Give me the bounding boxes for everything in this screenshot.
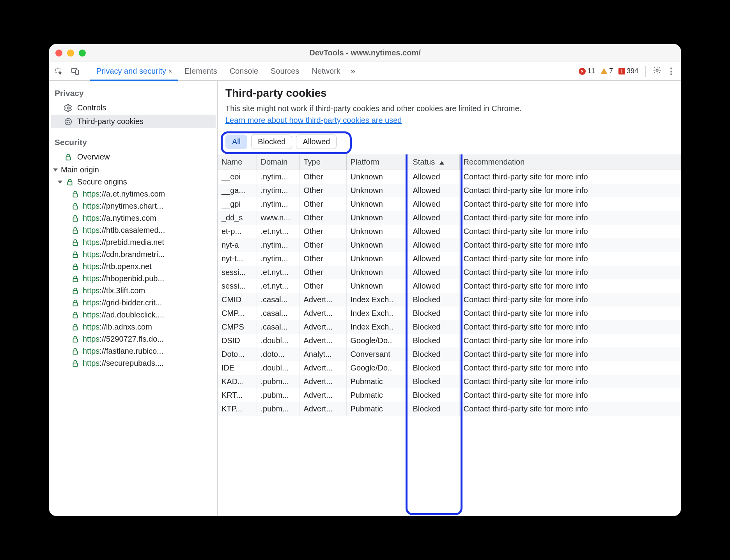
origin-item[interactable]: https://grid-bidder.crit... [49, 297, 217, 309]
table-row[interactable]: DSID.doubl...Advert...Google/Do..Blocked… [218, 334, 681, 347]
tree-secure-origins[interactable]: Secure origins [49, 176, 217, 188]
origin-item[interactable]: https://fastlane.rubico... [49, 345, 217, 357]
sidebar-item-third-party-cookies[interactable]: Third-party cookies [51, 115, 216, 128]
tab-network[interactable]: Network [305, 62, 346, 80]
table-row[interactable]: CMP....casal...Advert...Index Exch..Bloc… [218, 307, 681, 320]
filter-chip-allowed[interactable]: Allowed [296, 135, 337, 149]
column-header-name[interactable]: Name [218, 154, 257, 170]
table-row[interactable]: nyt-a.nytim...OtherUnknownAllowedContact… [218, 238, 681, 252]
origin-item[interactable]: https://hbopenbid.pub... [49, 273, 217, 285]
tab-elements[interactable]: Elements [178, 62, 223, 80]
cell-name: DSID [218, 334, 257, 347]
table-row[interactable]: __eoi.nytim...OtherUnknownAllowedContact… [218, 170, 681, 184]
svg-rect-26 [73, 363, 78, 366]
svg-rect-2 [76, 70, 78, 74]
column-header-domain[interactable]: Domain [257, 154, 299, 170]
tree-label: Secure origins [77, 177, 127, 186]
tab-privacy-security[interactable]: Privacy and security × [90, 62, 178, 80]
origin-item[interactable]: https://a.nytimes.com [49, 212, 217, 224]
svg-rect-20 [73, 291, 78, 294]
origin-item[interactable]: https://ib.adnxs.com [49, 321, 217, 333]
column-header-type[interactable]: Type [299, 154, 346, 170]
cell-domain: .nytim... [257, 197, 299, 211]
filter-chip-all[interactable]: All [225, 135, 247, 149]
origin-item[interactable]: https://htlb.casalemed... [49, 224, 217, 236]
cell-domain: .casal... [257, 293, 299, 307]
cell-recommendation: Contact third-party site for more info [459, 361, 681, 375]
origin-item[interactable]: https://a.et.nytimes.com [49, 188, 217, 200]
cell-recommendation: Contact third-party site for more info [459, 170, 681, 184]
origin-item[interactable]: https://tlx.3lift.com [49, 285, 217, 297]
svg-rect-25 [73, 351, 78, 354]
more-menu-icon[interactable]: ⋮ [667, 66, 675, 76]
cell-status: Allowed [409, 197, 459, 211]
origin-item[interactable]: https://cdn.brandmetri... [49, 248, 217, 261]
error-count[interactable]: × 11 [579, 67, 595, 75]
table-row[interactable]: KRT....pubm...Advert...PubmaticBlockedCo… [218, 388, 681, 402]
warning-count[interactable]: 7 [601, 67, 613, 75]
cell-recommendation: Contact third-party site for more info [459, 402, 681, 416]
table-row[interactable]: _dd_swww.n...OtherUnknownAllowedContact … [218, 211, 681, 225]
table-row[interactable]: et-p....et.nyt...OtherUnknownAllowedCont… [218, 225, 681, 238]
subtitle-text: This site might not work if third-party … [225, 104, 521, 113]
cell-type: Other [299, 238, 346, 252]
error-icon: × [579, 68, 586, 75]
device-toggle-icon[interactable] [68, 65, 83, 78]
cell-domain: .pubm... [257, 375, 299, 388]
origin-item[interactable]: https://rtb.openx.net [49, 261, 217, 273]
cell-type: Other [299, 225, 346, 238]
tree-main-origin[interactable]: Main origin [49, 164, 217, 176]
more-tabs-button[interactable]: » [347, 62, 359, 80]
cookies-table-wrap[interactable]: Name Domain Type Platform Status Recomme… [218, 154, 681, 516]
origin-item[interactable]: https://ad.doubleclick.... [49, 309, 217, 321]
table-row[interactable]: KTP....pubm...Advert...PubmaticBlockedCo… [218, 402, 681, 416]
table-row[interactable]: CMPS.casal...Advert...Index Exch..Blocke… [218, 320, 681, 334]
table-row[interactable]: nyt-t....nytim...OtherUnknownAllowedCont… [218, 252, 681, 266]
cell-domain: .casal... [257, 307, 299, 320]
table-row[interactable]: KAD....pubm...Advert...PubmaticBlockedCo… [218, 375, 681, 388]
sidebar-item-controls[interactable]: Controls [49, 101, 217, 115]
tab-console[interactable]: Console [223, 62, 264, 80]
lock-icon [71, 238, 80, 247]
learn-more-link[interactable]: Learn more about how third-party cookies… [225, 116, 402, 124]
cell-status: Blocked [409, 334, 459, 347]
cell-type: Advert... [299, 402, 346, 416]
table-row[interactable]: IDE.doubl...Advert...Google/Do..BlockedC… [218, 361, 681, 375]
table-row[interactable]: __ga....nytim...OtherUnknownAllowedConta… [218, 184, 681, 197]
origin-item[interactable]: https://5290727.fls.do... [49, 333, 217, 345]
issue-count[interactable]: ! 394 [618, 67, 638, 75]
table-row[interactable]: __gpi.nytim...OtherUnknownAllowedContact… [218, 197, 681, 211]
origin-url: https://fastlane.rubico... [83, 347, 163, 356]
close-icon[interactable]: × [168, 68, 172, 75]
origin-item[interactable]: https://pnytimes.chart... [49, 200, 217, 212]
origin-item[interactable]: https://prebid.media.net [49, 236, 217, 248]
lock-icon [71, 347, 80, 356]
settings-gear-icon[interactable] [653, 66, 661, 76]
origin-url: https://rtb.openx.net [83, 262, 152, 271]
cell-platform: Index Exch.. [346, 307, 409, 320]
table-row[interactable]: sessi....et.nyt...OtherUnknownAllowedCon… [218, 266, 681, 279]
inspect-element-icon[interactable] [51, 65, 66, 78]
column-header-platform[interactable]: Platform [346, 154, 409, 170]
cell-status: Blocked [409, 375, 459, 388]
tab-sources[interactable]: Sources [264, 62, 305, 80]
table-row[interactable]: CMID.casal...Advert...Index Exch..Blocke… [218, 293, 681, 307]
svg-rect-15 [73, 230, 78, 233]
issue-icon: ! [618, 68, 625, 74]
column-header-recommendation[interactable]: Recommendation [459, 154, 681, 170]
lock-icon [64, 153, 73, 161]
cell-name: sessi... [218, 279, 257, 293]
tab-label: Sources [271, 67, 299, 76]
lock-icon [71, 250, 80, 259]
divider [645, 66, 646, 77]
cell-status: Blocked [409, 402, 459, 416]
table-header-row: Name Domain Type Platform Status Recomme… [218, 154, 681, 170]
table-row[interactable]: Doto....doto...Analyt...ConversantBlocke… [218, 347, 681, 361]
main-header: Third-party cookies This site might not … [218, 81, 681, 131]
origin-item[interactable]: https://securepubads.... [49, 357, 217, 369]
table-row[interactable]: sessi....et.nyt...OtherUnknownAllowedCon… [218, 279, 681, 293]
sidebar-item-overview[interactable]: Overview [49, 150, 217, 164]
column-header-status[interactable]: Status [409, 154, 459, 170]
filter-chip-blocked[interactable]: Blocked [251, 135, 292, 149]
cell-status: Blocked [409, 320, 459, 334]
